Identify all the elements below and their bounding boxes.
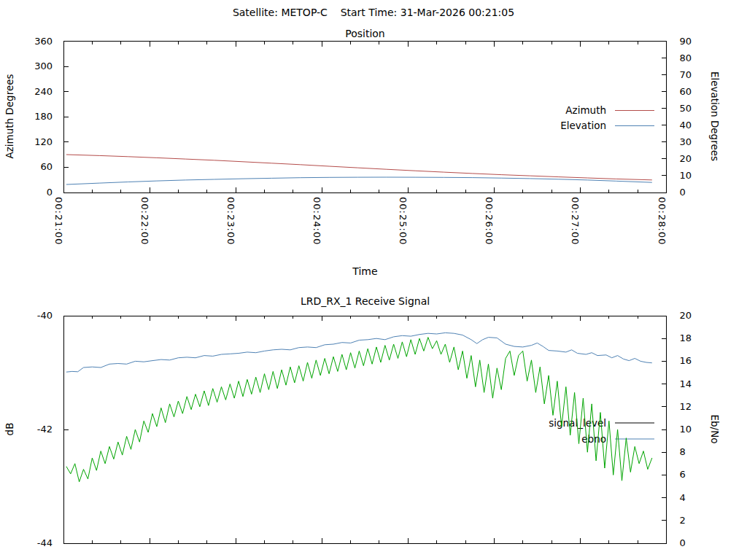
- page-title: Satellite: METOP-C Start Time: 31-Mar-20…: [0, 7, 747, 18]
- y-tick-label-left: -44: [0, 537, 53, 549]
- y-tick-label-right: 30: [680, 136, 724, 148]
- y-tick-label-right: 20: [680, 310, 724, 322]
- y-tick-label-left: -42: [0, 424, 53, 435]
- y-tick-label-right: 0: [680, 187, 724, 198]
- y-tick-label-right: 40: [680, 120, 724, 131]
- y-tick-label-left: 60: [0, 161, 53, 173]
- text-overlay: Satellite: METOP-C Start Time: 31-Mar-20…: [0, 0, 747, 560]
- time-axis-label: Time: [63, 265, 667, 277]
- x-tick-label: 00:22:00: [139, 197, 150, 245]
- y-tick-label-right: 12: [680, 401, 724, 413]
- signal-chart-title: LRD_RX_1 Receive Signal: [63, 295, 667, 307]
- y-tick-label-right: 18: [680, 332, 724, 344]
- y-tick-label-right: 0: [680, 537, 724, 549]
- x-tick-label: 00:27:00: [570, 197, 581, 245]
- x-tick-label: 00:28:00: [657, 197, 667, 245]
- legend-label-Azimuth: Azimuth: [431, 104, 606, 117]
- y-tick-label-right: 60: [680, 86, 724, 98]
- satellite-pass-plot-page: Satellite: METOP-C Start Time: 31-Mar-20…: [0, 0, 747, 560]
- x-tick-label: 00:26:00: [484, 197, 495, 245]
- x-tick-label: 00:24:00: [311, 197, 322, 245]
- y-tick-label-left: 180: [0, 111, 53, 122]
- y-tick-label-left: 120: [0, 136, 53, 148]
- y-tick-label-left: 360: [0, 36, 53, 47]
- y-tick-label-right: 4: [680, 492, 724, 504]
- y-tick-label-right: 20: [680, 153, 724, 165]
- y-tick-label-left: 0: [0, 187, 53, 198]
- x-tick-label: 00:23:00: [225, 197, 236, 245]
- y-tick-label-right: 10: [680, 170, 724, 182]
- y-tick-label-right: 70: [680, 69, 724, 81]
- y-tick-label-right: 8: [680, 446, 724, 458]
- y-tick-label-right: 2: [680, 515, 724, 526]
- x-tick-label: 00:25:00: [398, 197, 409, 245]
- y-tick-label-right: 90: [680, 36, 724, 47]
- y-tick-label-left: 300: [0, 61, 53, 72]
- y-tick-label-right: 50: [680, 103, 724, 114]
- y-tick-label-left: -40: [0, 310, 53, 322]
- y-tick-label-right: 14: [680, 378, 724, 390]
- legend-label-signal_level: signal_level: [431, 417, 606, 429]
- y-tick-label-left: 240: [0, 86, 53, 98]
- y-tick-label-right: 10: [680, 424, 724, 435]
- legend-label-ebno: ebno: [431, 433, 606, 446]
- y-tick-label-right: 80: [680, 52, 724, 64]
- position-chart-title: Position: [63, 28, 667, 39]
- x-tick-label: 00:21:00: [53, 197, 64, 245]
- y-tick-label-right: 16: [680, 355, 724, 367]
- legend-label-Elevation: Elevation: [431, 120, 606, 132]
- y-tick-label-right: 6: [680, 469, 724, 481]
